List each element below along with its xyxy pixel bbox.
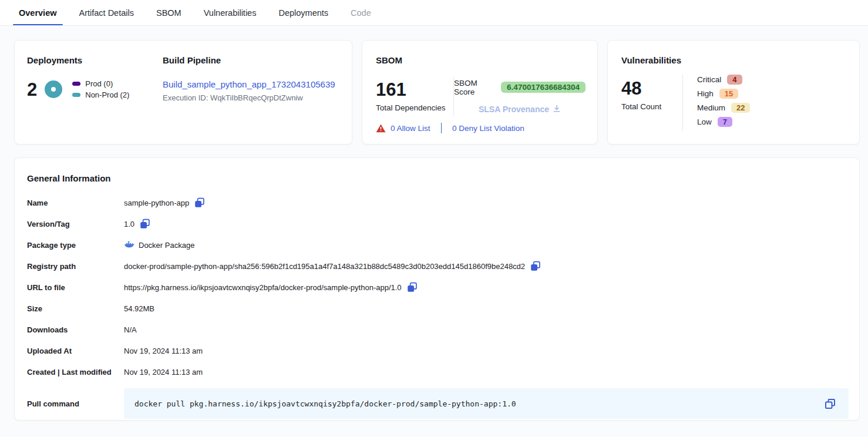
info-row-pull-command: Pull command docker pull pkg.harness.io/… [27, 388, 849, 419]
nonprod-legend-swatch [72, 93, 80, 97]
tab-vulnerabilities[interactable]: Vulnerabilities [200, 0, 260, 25]
info-row-url: URL to file https://pkg.harness.io/ikpsj… [27, 277, 849, 298]
info-label: Version/Tag [27, 220, 124, 228]
version-tag-value: 1.0 [124, 220, 134, 228]
info-row-name: Name sample-python-app [27, 192, 849, 213]
summary-cards-row: Deployments 2 Prod (0) Non-Prod (2) [0, 26, 868, 144]
tab-sbom[interactable]: SBOM [153, 0, 185, 25]
severity-label-low: Low [697, 117, 712, 126]
deployments-card: Deployments 2 Prod (0) Non-Prod (2) [14, 40, 352, 144]
vulnerabilities-total-label: Total Count [621, 102, 682, 111]
deployments-title: Deployments [27, 55, 163, 65]
info-row-created-modified: Created | Last modified Nov 19, 2024 11:… [27, 361, 849, 382]
severity-badge-medium: 22 [731, 103, 750, 113]
sbom-total-dependencies: 161 [376, 80, 453, 99]
sbom-title: SBOM [376, 55, 586, 65]
vulnerabilities-title: Vulnerabilities [621, 55, 847, 65]
build-pipeline-section: Build Pipeline Build_sample_python_app_1… [163, 55, 335, 132]
links-divider [441, 123, 442, 133]
legend-item-nonprod: Non-Prod (2) [72, 90, 129, 99]
severity-label-critical: Critical [697, 75, 721, 84]
nonprod-legend-label: Non-Prod (2) [85, 90, 129, 99]
info-label: URL to file [27, 283, 124, 292]
info-row-registry-path: Registry path docker-prod/sample-python-… [27, 256, 849, 277]
copy-registry-path-button[interactable] [530, 261, 541, 271]
info-row-package-type: Package type Docker Package [27, 234, 849, 256]
deployments-section: Deployments 2 Prod (0) Non-Prod (2) [27, 55, 163, 132]
slsa-provenance-link[interactable]: SLSA Provenance [479, 105, 561, 115]
legend-item-prod: Prod (0) [72, 79, 129, 88]
copy-pull-command-button[interactable] [825, 398, 836, 409]
warning-triangle-icon [376, 124, 386, 133]
severity-badge-critical: 4 [727, 75, 742, 85]
prod-legend-label: Prod (0) [85, 79, 113, 88]
prod-legend-swatch [72, 82, 80, 86]
build-pipeline-title: Build Pipeline [163, 55, 335, 65]
vulnerabilities-total-block: 48 Total Count [621, 75, 682, 131]
downloads-value: N/A [124, 325, 137, 334]
vulnerabilities-divider [682, 75, 683, 131]
tab-bar: Overview Artifact Details SBOM Vulnerabi… [0, 0, 868, 26]
allow-list-link[interactable]: 0 Allow List [391, 124, 430, 133]
tab-overview[interactable]: Overview [15, 0, 60, 25]
info-label: Package type [27, 241, 124, 250]
deployments-total-count: 2 [27, 80, 37, 99]
slsa-provenance-label: SLSA Provenance [479, 105, 549, 114]
url-to-file-value: https://pkg.harness.io/ikpsjoavtcwxnqisy… [124, 283, 402, 292]
registry-path-value: docker-prod/sample-python-app/sha256:596… [124, 262, 525, 271]
severity-badge-high: 15 [719, 89, 738, 99]
info-row-downloads: Downloads N/A [27, 319, 849, 340]
download-icon [553, 105, 561, 115]
severity-label-high: High [697, 89, 714, 98]
pipeline-link[interactable]: Build_sample_python_app_1732043105639 [163, 79, 335, 89]
info-label: Created | Last modified [27, 368, 124, 377]
tab-deployments[interactable]: Deployments [275, 0, 332, 25]
sbom-card: SBOM 161 Total Dependencies SBOM Score 6… [362, 40, 598, 144]
copy-version-button[interactable] [140, 218, 150, 229]
uploaded-at-value: Nov 19, 2024 11:13 am [124, 347, 203, 355]
execution-id: Execution ID: WqkTiIbBRqecQrpDtZwniw [163, 93, 335, 102]
info-label: Size [27, 304, 124, 313]
vulnerabilities-total-count: 48 [621, 79, 682, 98]
info-label: Uploaded At [27, 347, 124, 355]
tab-artifact-details[interactable]: Artifact Details [76, 0, 137, 25]
general-information-title: General Information [27, 173, 849, 183]
copy-url-button[interactable] [407, 282, 418, 293]
info-row-uploaded-at: Uploaded At Nov 19, 2024 11:13 am [27, 340, 849, 361]
severity-list: Critical 4 High 15 Medium 22 Low 7 [697, 75, 750, 131]
vulnerabilities-card: Vulnerabilities 48 Total Count Critical … [607, 40, 860, 144]
overview-page: Deployments 2 Prod (0) Non-Prod (2) [0, 26, 868, 421]
deployments-donut-chart [45, 80, 62, 98]
pull-command-label: Pull command [27, 399, 124, 408]
info-row-size: Size 54.92MB [27, 298, 849, 319]
sbom-total-dependencies-label: Total Dependencies [376, 103, 453, 112]
deployments-legend: Prod (0) Non-Prod (2) [72, 77, 129, 102]
severity-row-critical: Critical 4 [697, 75, 750, 85]
severity-row-low: Low 7 [697, 117, 750, 127]
sbom-score-label: SBOM Score [454, 79, 496, 96]
info-label: Registry path [27, 262, 124, 271]
package-type-value: Docker Package [139, 241, 194, 250]
size-value: 54.92MB [124, 304, 154, 313]
pull-command-text: docker pull pkg.harness.io/ikpsjoavtcwxn… [134, 399, 819, 408]
info-row-version: Version/Tag 1.0 [27, 213, 849, 234]
info-label: Name [27, 199, 124, 207]
created-modified-value: Nov 19, 2024 11:13 am [124, 368, 203, 377]
severity-badge-low: 7 [718, 117, 732, 127]
severity-row-medium: Medium 22 [697, 103, 750, 113]
sbom-total-block: 161 Total Dependencies [376, 80, 453, 112]
general-information-card: General Information Name sample-python-a… [14, 157, 860, 421]
info-label: Downloads [27, 325, 124, 334]
artifact-name-value: sample-python-app [124, 199, 189, 207]
copy-name-button[interactable] [194, 197, 205, 208]
deny-list-link[interactable]: 0 Deny List Violation [452, 124, 524, 133]
sbom-score-badge: 6.470017636684304 [501, 82, 586, 93]
pull-command-box: docker pull pkg.harness.io/ikpsjoavtcwxn… [124, 388, 849, 419]
docker-whale-icon [124, 241, 134, 250]
severity-label-medium: Medium [697, 103, 725, 112]
severity-row-high: High 15 [697, 89, 750, 99]
tab-code: Code [347, 0, 375, 25]
